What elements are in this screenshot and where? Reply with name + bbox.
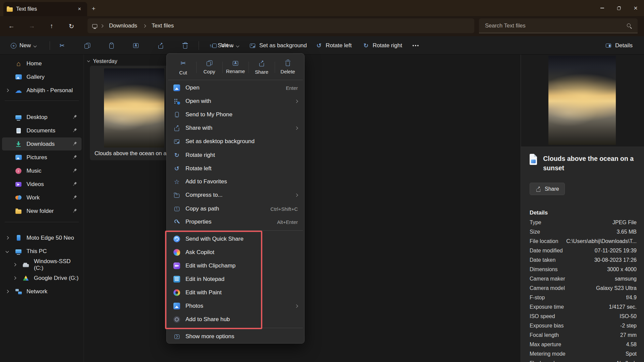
maximize-button[interactable] xyxy=(610,0,627,16)
up-button[interactable]: ↑ xyxy=(44,19,59,33)
delete-button[interactable] xyxy=(178,39,192,52)
explorer-tab[interactable]: Text files × xyxy=(3,2,87,16)
menu-item-add-to-share-hub[interactable]: Add to Share hub xyxy=(169,313,302,326)
menu-item-photos[interactable]: Photos xyxy=(169,299,302,313)
tab-close-icon[interactable]: × xyxy=(75,5,84,13)
chevron-down-icon[interactable] xyxy=(6,250,9,253)
chevron-right-icon[interactable] xyxy=(6,89,9,92)
sidebar-item-label: Music xyxy=(26,168,41,174)
file-explorer-window: Text files × + × ← → ↑ ↻ Downloads Text … xyxy=(0,0,644,362)
close-button[interactable]: × xyxy=(627,0,644,16)
menu-item-set-as-desktop-background[interactable]: Set as desktop background xyxy=(169,135,302,148)
breadcrumb-downloads[interactable]: Downloads xyxy=(106,21,140,31)
chevron-right-icon[interactable] xyxy=(6,236,9,240)
new-button[interactable]: + New xyxy=(7,39,40,52)
search-box[interactable] xyxy=(479,18,638,33)
sidebar-divider xyxy=(5,101,79,101)
rename-menu-button[interactable]: A Rename xyxy=(222,56,249,78)
chevron-right-icon[interactable] xyxy=(13,277,16,280)
back-button[interactable]: ← xyxy=(4,19,19,33)
sidebar-item-new-folder[interactable]: New folder xyxy=(2,204,82,218)
sidebar-item-onedrive[interactable]: ☁ Abhijith - Personal xyxy=(2,84,82,97)
menu-item-show-more-options[interactable]: Show more options xyxy=(169,330,302,343)
sidebar-item-music[interactable]: ♪ Music xyxy=(2,164,82,177)
menu-item-edit-with-clipchamp[interactable]: Edit with Clipchamp xyxy=(169,259,302,273)
rotate-right-button[interactable]: ↻ Rotate right xyxy=(359,39,406,52)
sidebar-item-this-pc[interactable]: This PC xyxy=(2,245,82,258)
sidebar-item-network[interactable]: Network xyxy=(2,285,82,298)
set-as-background-button[interactable]: Set as background xyxy=(246,39,310,52)
copy-button[interactable] xyxy=(80,39,94,52)
menu-item-send-to-my-phone[interactable]: Send to My Phone xyxy=(169,108,302,121)
file-tile-selected[interactable]: Clouds above the ocean on a su xyxy=(90,66,178,160)
pin-icon xyxy=(71,194,78,201)
star-icon: ☆ xyxy=(173,178,180,185)
sidebar-item-google-drive[interactable]: Google Drive (G:) xyxy=(2,272,82,285)
folder-icon xyxy=(7,7,13,12)
menu-item-share-with[interactable]: Share with xyxy=(169,121,302,135)
chevron-right-icon[interactable] xyxy=(13,263,16,266)
breadcrumb-text-files[interactable]: Text files xyxy=(149,21,176,31)
paste-button[interactable] xyxy=(104,39,118,52)
copy-path-icon: \ xyxy=(173,205,180,213)
chevron-right-icon xyxy=(100,24,104,27)
sidebar-item-downloads[interactable]: Downloads xyxy=(2,137,82,150)
sidebar-item-videos[interactable]: ▶ Videos xyxy=(2,178,82,191)
more-options-button[interactable] xyxy=(409,39,423,52)
menu-item-edit-in-notepad[interactable]: Edit in Notepad xyxy=(169,273,302,286)
new-tab-button[interactable]: + xyxy=(89,4,99,14)
view-button[interactable]: View xyxy=(207,39,242,52)
menu-item-ask-copilot[interactable]: Ask Copilot xyxy=(169,246,302,259)
sidebar-item-moto-edge[interactable]: Moto Edge 50 Neo xyxy=(2,231,82,244)
file-thumbnail[interactable] xyxy=(104,68,164,147)
search-icon[interactable] xyxy=(626,23,632,29)
search-input[interactable] xyxy=(484,22,626,29)
share-button[interactable] xyxy=(154,39,168,52)
menu-item-add-to-favorites[interactable]: ☆ Add to Favorites xyxy=(169,175,302,188)
forward-button[interactable]: → xyxy=(24,19,39,33)
menu-item-edit-with-paint[interactable]: Edit with Paint xyxy=(169,286,302,299)
this-pc-icon xyxy=(15,248,22,255)
details-share-button[interactable]: Share xyxy=(530,183,565,195)
sidebar-item-gallery[interactable]: Gallery xyxy=(2,70,82,83)
sidebar-item-home[interactable]: ⌂ Home xyxy=(2,57,82,70)
sidebar-item-label: Gallery xyxy=(26,74,45,80)
collapse-chevron-icon[interactable] xyxy=(87,59,90,62)
cut-menu-button[interactable]: ✂ Cut xyxy=(170,56,196,78)
rename-button[interactable]: A xyxy=(129,39,143,52)
rotate-left-button[interactable]: ↺ Rotate left xyxy=(312,39,355,52)
sidebar-item-desktop[interactable]: Desktop xyxy=(2,111,82,124)
share-menu-button[interactable]: Share xyxy=(249,56,275,78)
group-header-yesterday[interactable]: Yesterday xyxy=(88,58,117,64)
sidebar-item-windows-ssd[interactable]: Windows-SSD (C:) xyxy=(2,258,82,271)
image-preview[interactable] xyxy=(548,56,616,145)
sidebar-item-label: Documents xyxy=(26,127,55,134)
sidebar-item-documents[interactable]: Documents xyxy=(2,124,82,137)
breadcrumb[interactable]: Downloads Text files xyxy=(88,18,474,33)
menu-item-compress-to[interactable]: Compress to... xyxy=(169,188,302,202)
shortcut-enter: Enter xyxy=(286,85,298,91)
menu-item-open[interactable]: Open Enter xyxy=(169,81,302,95)
refresh-button[interactable]: ↻ xyxy=(64,19,79,33)
submenu-chevron-icon xyxy=(294,304,298,307)
chevron-right-icon[interactable] xyxy=(6,290,9,293)
share-icon xyxy=(536,186,541,191)
sidebar-item-work[interactable]: Work xyxy=(2,191,82,204)
group-header-label: Yesterday xyxy=(93,58,117,64)
sidebar-item-pictures[interactable]: Pictures xyxy=(2,151,82,164)
delete-icon xyxy=(181,42,189,49)
minimize-button[interactable] xyxy=(594,0,610,16)
delete-menu-button[interactable]: Delete xyxy=(275,56,301,78)
copy-menu-button[interactable]: Copy xyxy=(196,56,222,78)
menu-item-send-with-quick-share[interactable]: Send with Quick Share xyxy=(169,232,302,246)
menu-item-properties[interactable]: Properties Alt+Enter xyxy=(169,215,302,229)
menu-item-rotate-right[interactable]: ↻ Rotate right xyxy=(169,148,302,162)
menu-item-rotate-left[interactable]: ↺ Rotate left xyxy=(169,162,302,175)
menu-item-copy-as-path[interactable]: \ Copy as path Ctrl+Shift+C xyxy=(169,202,302,216)
window-controls: × xyxy=(594,0,644,16)
cut-button[interactable]: ✂ xyxy=(55,39,69,52)
details-pane-button[interactable]: Details xyxy=(601,39,636,52)
detail-row-f-stop: F-stopf/4.9 xyxy=(530,293,637,302)
open-with-icon xyxy=(173,98,180,105)
menu-item-open-with[interactable]: Open with xyxy=(169,95,302,108)
